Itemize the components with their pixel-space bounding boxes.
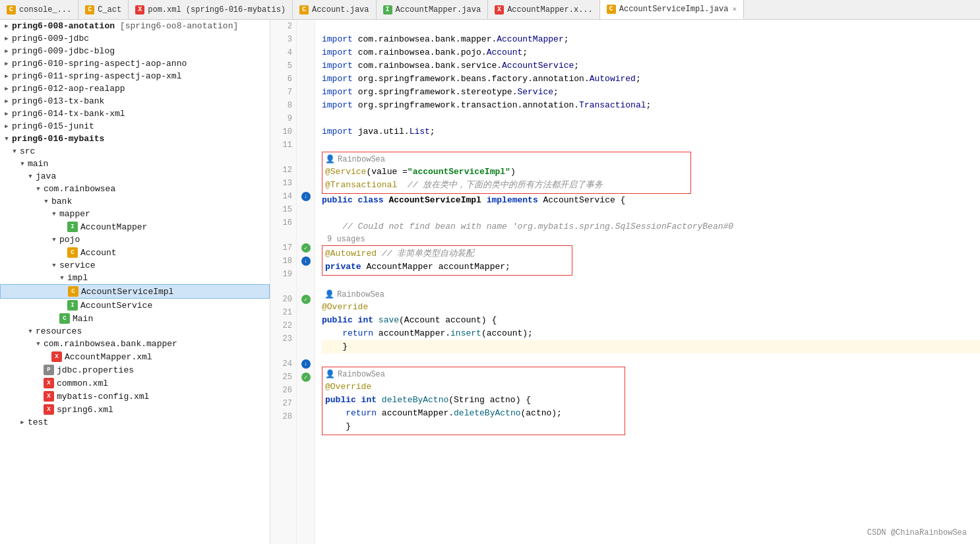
sidebar-item-label: mybatis-config.xml — [57, 392, 149, 402]
line-num: 20 — [270, 293, 296, 306]
sidebar-item-label: pring6-012-aop-realapp — [12, 84, 125, 94]
code-line-27: } — [325, 420, 622, 433]
sidebar-item-label: pring6-014-tx-bank-xml — [12, 109, 125, 119]
arrow-icon: ▶ — [3, 22, 11, 30]
sidebar-item-label: resources — [36, 326, 82, 336]
code-line-3: import com.rainbowsea.bank.mapper.Accoun… — [322, 33, 980, 46]
tab-cact[interactable]: C C_act — [78, 0, 129, 19]
line-num: 23 — [270, 332, 296, 346]
code-line-28 — [322, 435, 980, 448]
tab-icon-accountserviceimpl: C — [607, 5, 616, 14]
sidebar-item-spring6-009-blog[interactable]: ▶ pring6-009-jdbc-blog — [0, 45, 270, 57]
arrow-icon: ▼ — [58, 274, 66, 282]
usages-count: 9 usages — [327, 233, 365, 245]
tab-accountmapper-java[interactable]: I AccountMapper.java — [377, 0, 489, 19]
sidebar-item-common-xml[interactable]: ▶ X common.xml — [0, 377, 270, 390]
line-num: 5 — [270, 59, 296, 73]
tab-label-accountserviceimpl: AccountServiceImpl.java — [619, 5, 729, 14]
line-num: 2 — [270, 20, 296, 33]
line-num: 24 — [270, 357, 296, 371]
code-line-17: @Autowired // 非简单类型自动装配 — [325, 247, 569, 260]
sidebar-item-spring6-009[interactable]: ▶ pring6-009-jdbc — [0, 32, 270, 45]
line-num: 27 — [270, 397, 296, 410]
sidebar-item-mapper-res[interactable]: ▼ com.rainbowsea.bank.mapper — [0, 338, 270, 350]
arrow-icon: ▶ — [3, 85, 11, 93]
sidebar-item-spring6-016[interactable]: ▼ pring6-016-mybaits — [0, 133, 270, 145]
sidebar-item-mybatis-config[interactable]: ▶ X mybatis-config.xml — [0, 390, 270, 403]
gutter-icon-25: ✓ — [301, 373, 311, 382]
arrow-icon: ▶ — [3, 47, 11, 55]
sidebar-item-com-rainbowsea[interactable]: ▼ com.rainbowsea — [0, 183, 270, 195]
sidebar-item-spring6-015[interactable]: ▶ pring6-015-junit — [0, 120, 270, 133]
sidebar-item-spring6-010[interactable]: ▶ pring6-010-spring-aspectj-aop-anno — [0, 57, 270, 70]
sidebar-item-label: impl — [67, 273, 88, 283]
sidebar-item-label: AccountServiceImpl — [81, 287, 173, 297]
line-num: 25 — [270, 371, 296, 384]
tab-pomxml[interactable]: X pom.xml (spring6-016-mybatis) — [129, 0, 293, 19]
code-line-16: // Could not find bean with name 'org.my… — [322, 220, 980, 233]
code-line-26: return accountMapper.deleteByActno(actno… — [325, 407, 622, 420]
arrow-icon: ▼ — [50, 236, 58, 244]
line-num: 22 — [270, 319, 296, 332]
sidebar-item-accountserviceimpl[interactable]: ▶ C AccountServiceImpl — [0, 284, 270, 299]
sidebar-item-label: Main — [73, 314, 93, 324]
line-num — [270, 152, 296, 164]
sidebar-item-label: jdbc.properties — [57, 365, 134, 375]
code-line-22: } — [322, 340, 980, 353]
sidebar-item-label: pring6-009-jdbc — [12, 34, 89, 44]
interface-icon: I — [67, 222, 78, 232]
code-line-24: @Override — [325, 380, 622, 394]
sidebar-item-spring6-014[interactable]: ▶ pring6-014-tx-bank-xml — [0, 107, 270, 120]
sidebar-item-label: com.rainbowsea — [44, 184, 115, 194]
tab-accountserviceimpl[interactable]: C AccountServiceImpl.java ✕ — [600, 0, 744, 19]
sidebar-item-test[interactable]: ▶ test — [0, 416, 270, 429]
arrow-icon: ▶ — [3, 73, 11, 80]
sidebar-item-java[interactable]: ▼ java — [0, 170, 270, 183]
code-line-21: return accountMapper.insert(account); — [322, 327, 980, 340]
tab-console[interactable]: C console_... — [0, 0, 78, 19]
sidebar-item-spring6-012[interactable]: ▶ pring6-012-aop-realapp — [0, 82, 270, 95]
arrow-icon: ▶ — [3, 35, 11, 43]
sidebar-item-jdbc-props[interactable]: ▶ P jdbc.properties — [0, 363, 270, 377]
sidebar-item-impl[interactable]: ▼ impl — [0, 272, 270, 284]
sidebar-item-service[interactable]: ▼ service — [0, 259, 270, 272]
tab-close-accountserviceimpl[interactable]: ✕ — [732, 5, 737, 13]
sidebar-item-main-class[interactable]: ▶ C Main — [0, 312, 270, 325]
code-line-11 — [322, 138, 980, 152]
line-numbers: 2 3 4 5 6 7 8 9 10 11 12 13 14 15 16 17 — [270, 20, 297, 544]
gutter: ↓ ✓ ↓ ✓ — [297, 20, 315, 544]
sidebar-item-resources[interactable]: ▼ resources — [0, 325, 270, 338]
sidebar-item-main[interactable]: ▼ main — [0, 158, 270, 170]
tab-accountmapper-xml[interactable]: X AccountMapper.x... — [488, 0, 600, 19]
sidebar-item-mapper[interactable]: ▼ mapper — [0, 208, 270, 220]
sidebar-item-bank[interactable]: ▼ bank — [0, 195, 270, 208]
sidebar-item-spring6-011[interactable]: ▶ pring6-011-spring-aspectj-aop-xml — [0, 70, 270, 82]
prop-icon: P — [44, 365, 54, 375]
sidebar-item-account[interactable]: ▶ C Account — [0, 246, 270, 259]
sidebar-item-pojo[interactable]: ▼ pojo — [0, 233, 270, 246]
red-box-1: 👤 RainbowSea @Service(value = "accountSe… — [322, 152, 691, 194]
sidebar-item-label: pojo — [59, 235, 80, 245]
sidebar-item-accountmapper[interactable]: ▶ I AccountMapper — [0, 220, 270, 233]
sidebar-item-label: pring6-008-anotation [spring6-oo8-anotat… — [12, 21, 238, 31]
line-num: 18 — [270, 255, 296, 268]
watermark: CSDN @ChinaRainbowSea — [867, 528, 967, 537]
line-num: 12 — [270, 164, 296, 177]
arrow-icon: ▼ — [34, 340, 42, 348]
line-num — [270, 229, 296, 241]
sidebar-item-label: pring6-009-jdbc-blog — [12, 46, 115, 56]
arrow-icon: ▼ — [34, 185, 42, 193]
sidebar-item-src[interactable]: ▼ src — [0, 145, 270, 158]
sidebar-item-spring6-008[interactable]: ▶ pring6-008-anotation [spring6-oo8-anot… — [0, 20, 270, 32]
sidebar-item-accountservice[interactable]: ▶ I AccountService — [0, 299, 270, 312]
tab-account-java[interactable]: C Account.java — [293, 0, 376, 19]
code-line-25: public int deleteByActno(String actno) { — [325, 394, 622, 407]
sidebar-item-spring6-xml[interactable]: ▶ X spring6.xml — [0, 403, 270, 416]
sidebar-item-accountmapper-xml[interactable]: ▶ X AccountMapper.xml — [0, 350, 270, 363]
code-editor: 2 3 4 5 6 7 8 9 10 11 12 13 14 15 16 17 — [270, 20, 980, 544]
sidebar-item-spring6-013[interactable]: ▶ pring6-013-tx-bank — [0, 95, 270, 107]
tab-icon-console: C — [7, 5, 16, 15]
line-num: 16 — [270, 216, 296, 229]
xml-icon: X — [44, 378, 54, 388]
code-area[interactable]: import com.rainbowsea.bank.mapper.Accoun… — [315, 20, 980, 544]
